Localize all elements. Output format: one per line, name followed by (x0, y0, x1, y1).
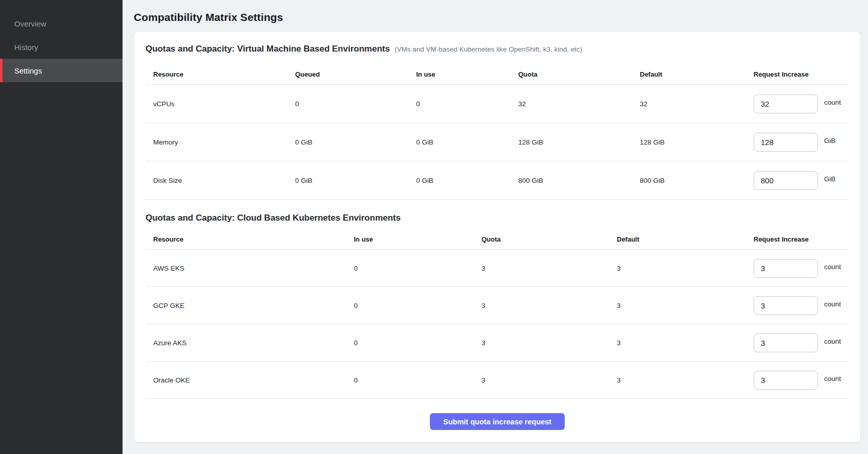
column-header-resource: Resource (146, 70, 287, 78)
unit-label: count (824, 99, 841, 106)
vm-section-header: Quotas and Capacity: Virtual Machine Bas… (146, 44, 849, 54)
table-row-vcpus: vCPUs 0 0 32 32 count (146, 85, 849, 123)
in-use-value: 0 GiB (408, 177, 511, 184)
gcp-gke-request-increase-input[interactable] (754, 296, 818, 315)
sidebar-item-settings[interactable]: Settings (0, 59, 123, 82)
oracle-oke-request-increase-input[interactable] (754, 371, 818, 390)
submit-row: Submit quota increase request (146, 413, 849, 430)
main-content: Compatibility Matrix Settings Quotas and… (123, 0, 868, 454)
in-use-value: 0 (346, 376, 474, 384)
default-value: 128 GiB (632, 138, 746, 146)
k8s-table-header-row: Resource In use Quota Default Request In… (146, 229, 849, 250)
in-use-value: 0 (408, 100, 511, 108)
vm-table-header-row: Resource Queued In use Quota Default Req… (146, 64, 849, 85)
default-value: 32 (632, 100, 746, 108)
quota-value: 3 (474, 265, 609, 272)
default-value: 3 (609, 302, 746, 309)
sidebar-item-label: History (14, 43, 38, 52)
sidebar: Overview History Settings (0, 0, 123, 454)
table-row-aws-eks: AWS EKS 0 3 3 count (146, 250, 849, 287)
quota-value: 3 (474, 376, 609, 384)
resource-name: AWS EKS (146, 265, 346, 272)
request-increase-cell: GiB (746, 133, 849, 152)
resource-name: Oracle OKE (146, 376, 346, 384)
quota-value: 800 GiB (511, 177, 632, 184)
azure-aks-request-increase-input[interactable] (754, 333, 818, 352)
unit-label: count (824, 338, 841, 345)
default-value: 3 (609, 265, 746, 272)
column-header-quota: Quota (474, 235, 609, 243)
k8s-quota-table: Resource In use Quota Default Request In… (146, 229, 849, 399)
request-increase-cell: count (746, 371, 849, 390)
column-header-in-use: In use (408, 70, 511, 78)
quota-value: 3 (474, 302, 609, 309)
unit-label: count (824, 263, 841, 271)
unit-label: GiB (824, 137, 836, 145)
table-row-disk-size: Disk Size 0 GiB 0 GiB 800 GiB 800 GiB Gi… (146, 161, 849, 200)
queued-value: 0 GiB (287, 138, 408, 146)
k8s-section-header: Quotas and Capacity: Cloud Based Kuberne… (146, 213, 849, 223)
quota-value: 32 (511, 100, 632, 108)
unit-label: count (824, 375, 841, 383)
queued-value: 0 GiB (287, 177, 408, 184)
column-header-default: Default (609, 235, 746, 243)
table-row-gcp-gke: GCP GKE 0 3 3 count (146, 287, 849, 324)
resource-name: GCP GKE (146, 302, 346, 309)
request-increase-cell: count (746, 94, 849, 113)
table-row-memory: Memory 0 GiB 0 GiB 128 GiB 128 GiB GiB (146, 123, 849, 161)
sidebar-item-overview[interactable]: Overview (0, 12, 123, 35)
table-row-azure-aks: Azure AKS 0 3 3 count (146, 324, 849, 362)
vm-quota-table: Resource Queued In use Quota Default Req… (146, 64, 849, 200)
quota-value: 128 GiB (511, 138, 632, 146)
unit-label: count (824, 300, 841, 308)
submit-quota-increase-button[interactable]: Submit quota increase request (430, 413, 565, 430)
k8s-section-title: Quotas and Capacity: Cloud Based Kuberne… (146, 213, 401, 223)
sidebar-item-label: Settings (14, 66, 42, 75)
queued-value: 0 (287, 100, 408, 108)
resource-name: Disk Size (146, 177, 287, 184)
column-header-quota: Quota (511, 70, 632, 78)
aws-eks-request-increase-input[interactable] (754, 259, 818, 278)
quota-value: 3 (474, 339, 609, 347)
request-increase-cell: count (746, 296, 849, 315)
request-increase-cell: GiB (746, 171, 849, 190)
table-row-oracle-oke: Oracle OKE 0 3 3 count (146, 362, 849, 399)
vm-section-title: Quotas and Capacity: Virtual Machine Bas… (146, 44, 390, 54)
column-header-request-increase: Request Increase (746, 235, 849, 243)
column-header-queued: Queued (287, 70, 408, 78)
default-value: 800 GiB (632, 177, 746, 184)
request-increase-cell: count (746, 333, 849, 352)
column-header-in-use: In use (346, 235, 474, 243)
disk-size-request-increase-input[interactable] (754, 171, 818, 190)
resource-name: Azure AKS (146, 339, 346, 347)
resource-name: vCPUs (146, 100, 287, 108)
unit-label: GiB (824, 175, 836, 183)
page-title: Compatibility Matrix Settings (134, 11, 861, 23)
column-header-default: Default (632, 70, 746, 78)
column-header-resource: Resource (146, 235, 346, 243)
default-value: 3 (609, 376, 746, 384)
in-use-value: 0 (346, 265, 474, 272)
default-value: 3 (609, 339, 746, 347)
in-use-value: 0 GiB (408, 138, 511, 146)
column-header-request-increase: Request Increase (746, 70, 849, 78)
sidebar-item-label: Overview (14, 19, 46, 28)
in-use-value: 0 (346, 302, 474, 309)
memory-request-increase-input[interactable] (754, 133, 818, 152)
sidebar-item-history[interactable]: History (0, 35, 123, 59)
request-increase-cell: count (746, 259, 849, 278)
quota-settings-card: Quotas and Capacity: Virtual Machine Bas… (134, 31, 861, 443)
vcpus-request-increase-input[interactable] (754, 94, 818, 113)
in-use-value: 0 (346, 339, 474, 347)
vm-section-subtitle: (VMs and VM-based Kubernetes like OpenSh… (395, 45, 583, 53)
resource-name: Memory (146, 138, 287, 146)
